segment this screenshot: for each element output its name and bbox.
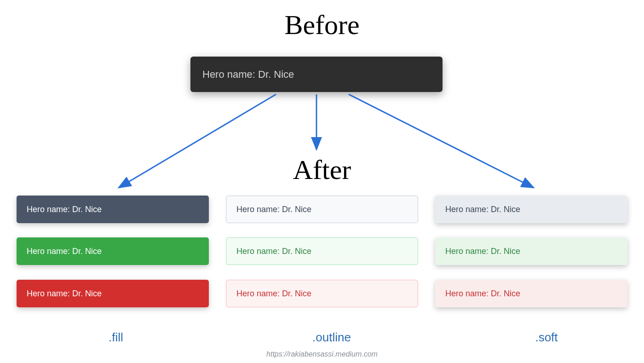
variant-label-outline: .outline (232, 330, 431, 345)
card-text: Hero name: Dr. Nice (27, 205, 102, 214)
before-card-text: Hero name: Dr. Nice (202, 69, 294, 81)
card-text: Hero name: Dr. Nice (236, 205, 311, 214)
card-text: Hero name: Dr. Nice (27, 247, 102, 256)
card-text: Hero name: Dr. Nice (445, 205, 520, 214)
variant-label-fill: .fill (17, 330, 215, 345)
svg-line-1 (119, 94, 276, 188)
footer-credit: https://rakiabensassi.medium.com (266, 350, 378, 358)
heading-before: Before (284, 9, 359, 41)
heading-after: After (293, 154, 351, 186)
card-text: Hero name: Dr. Nice (236, 289, 311, 299)
card-fill-green: Hero name: Dr. Nice (17, 237, 209, 265)
card-outline-green: Hero name: Dr. Nice (226, 237, 418, 265)
cards-row-green: Hero name: Dr. Nice Hero name: Dr. Nice … (0, 237, 644, 265)
card-text: Hero name: Dr. Nice (445, 247, 520, 256)
card-text: Hero name: Dr. Nice (236, 247, 311, 256)
card-fill-red: Hero name: Dr. Nice (17, 280, 209, 307)
card-text: Hero name: Dr. Nice (27, 289, 102, 299)
svg-line-3 (349, 94, 534, 188)
card-outline-red: Hero name: Dr. Nice (226, 280, 418, 307)
card-fill-dark: Hero name: Dr. Nice (17, 196, 209, 223)
card-outline-dark: Hero name: Dr. Nice (226, 196, 418, 223)
variant-label-soft: .soft (447, 330, 644, 345)
card-soft-green: Hero name: Dr. Nice (435, 237, 627, 265)
cards-row-dark: Hero name: Dr. Nice Hero name: Dr. Nice … (0, 196, 644, 223)
before-card: Hero name: Dr. Nice (190, 57, 443, 92)
card-soft-red: Hero name: Dr. Nice (435, 280, 627, 307)
card-text: Hero name: Dr. Nice (445, 289, 520, 299)
cards-row-red: Hero name: Dr. Nice Hero name: Dr. Nice … (0, 280, 644, 307)
card-soft-dark: Hero name: Dr. Nice (435, 196, 627, 223)
